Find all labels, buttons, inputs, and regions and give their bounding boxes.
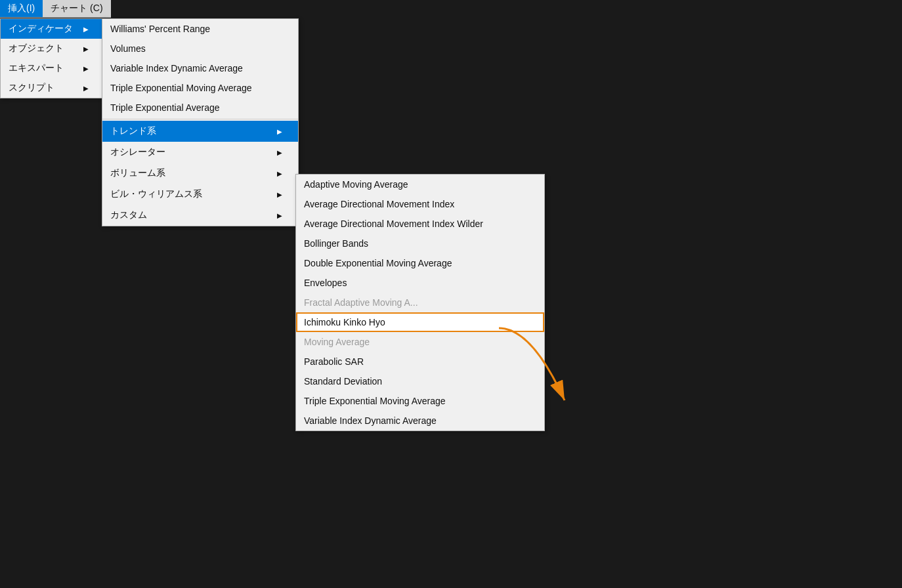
menu-item-sd[interactable]: Standard Deviation [296, 371, 544, 391]
menu-item-volume[interactable]: ボリューム系 ▶ [102, 163, 298, 184]
dropdown-insert: インディケータ ▶ オブジェクト ▶ エキスパート ▶ スクリプト ▶ [0, 18, 105, 98]
dropdown-trend: Adaptive Moving Average Average Directio… [295, 174, 545, 431]
menu-item-williams[interactable]: Williams' Percent Range [102, 19, 298, 39]
menu-item-object[interactable]: オブジェクト ▶ [1, 39, 104, 58]
submenu-arrow-oscillator: ▶ [277, 149, 282, 156]
menu-item-vida-l3[interactable]: Variable Index Dynamic Average [296, 411, 544, 430]
submenu-arrow-script: ▶ [83, 85, 89, 92]
menu-item-custom[interactable]: カスタム ▶ [102, 205, 298, 226]
menu-item-script[interactable]: スクリプト ▶ [1, 78, 104, 98]
menu-item-trend[interactable]: トレンド系 ▶ [102, 121, 298, 142]
menubar-chart[interactable]: チャート (C) [43, 0, 110, 17]
menu-item-tema[interactable]: Triple Exponential Moving Average [102, 78, 298, 98]
menu-item-dema[interactable]: Double Exponential Moving Average [296, 253, 544, 273]
menu-divider [102, 119, 298, 119]
menu-item-oscillator[interactable]: オシレーター ▶ [102, 142, 298, 163]
menu-item-expert[interactable]: エキスパート ▶ [1, 58, 104, 78]
menu-item-ichimoku[interactable]: Ichimoku Kinko Hyo [296, 312, 544, 332]
dropdown-indicator: Williams' Percent Range Volumes Variable… [102, 18, 299, 226]
menu-item-tema-l3[interactable]: Triple Exponential Moving Average [296, 391, 544, 411]
menubar: 挿入(I) チャート (C) [0, 0, 111, 18]
menu-item-volumes[interactable]: Volumes [102, 39, 298, 58]
menu-item-ma[interactable]: Moving Average [296, 332, 544, 352]
menu-item-admi[interactable]: Average Directional Movement Index [296, 194, 544, 214]
submenu-arrow-volume: ▶ [277, 170, 282, 177]
submenu-arrow-custom: ▶ [277, 212, 282, 219]
menu-item-bill[interactable]: ビル・ウィリアムス系 ▶ [102, 184, 298, 205]
menu-item-fractal[interactable]: Fractal Adaptive Moving A... [296, 293, 544, 312]
menu-item-bb[interactable]: Bollinger Bands [296, 234, 544, 253]
submenu-arrow-object: ▶ [83, 45, 89, 52]
menu-item-tea[interactable]: Triple Exponential Average [102, 98, 298, 117]
submenu-arrow-trend: ▶ [277, 128, 282, 135]
submenu-arrow-indicator: ▶ [83, 26, 89, 33]
menu-item-env[interactable]: Envelopes [296, 273, 544, 293]
menu-item-vida[interactable]: Variable Index Dynamic Average [102, 58, 298, 78]
menu-item-ama[interactable]: Adaptive Moving Average [296, 175, 544, 194]
menu-item-indicator[interactable]: インディケータ ▶ [1, 19, 104, 39]
menubar-insert[interactable]: 挿入(I) [0, 0, 43, 17]
submenu-arrow-bill: ▶ [277, 191, 282, 198]
menu-item-sar[interactable]: Parabolic SAR [296, 352, 544, 371]
submenu-arrow-expert: ▶ [83, 65, 89, 72]
menu-item-admiw[interactable]: Average Directional Movement Index Wilde… [296, 214, 544, 234]
